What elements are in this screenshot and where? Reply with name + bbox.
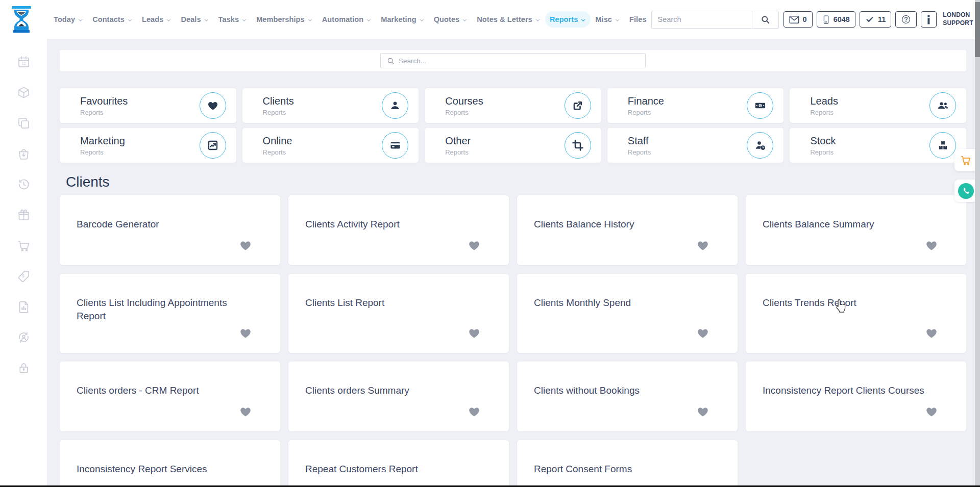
report-card-inconsistency-report-services[interactable]: Inconsistency Report Services xyxy=(60,440,280,487)
report-title: Barcode Generator xyxy=(77,218,252,231)
chevron-down-icon xyxy=(307,17,313,23)
report-card-report-consent-forms[interactable]: Report Consent Forms xyxy=(517,440,738,487)
category-card-other[interactable]: Other Reports xyxy=(425,128,601,163)
category-card-stock[interactable]: Stock Reports xyxy=(790,128,966,163)
sidebar-item-copy[interactable] xyxy=(17,116,31,130)
sidebar-item-history[interactable] xyxy=(17,177,31,191)
category-icon-circle xyxy=(747,132,773,159)
mobile-icon xyxy=(822,15,830,24)
chevron-down-icon xyxy=(462,17,468,23)
nav-search-input[interactable] xyxy=(652,11,752,28)
report-card-inconsistency-report-clients-courses[interactable]: Inconsistency Report Clients Courses xyxy=(746,362,966,431)
report-card-clients-balance-history[interactable]: Clients Balance History xyxy=(517,195,738,265)
favourite-heart-icon[interactable] xyxy=(696,405,709,418)
category-title: Clients xyxy=(263,95,382,107)
category-card-leads[interactable]: Leads Reports xyxy=(790,88,966,123)
info-badge[interactable] xyxy=(921,11,937,28)
boxes-icon xyxy=(937,139,949,151)
messages-badge[interactable]: 0 xyxy=(783,11,813,28)
sidebar-item-calendar[interactable]: 12 xyxy=(17,55,31,69)
favourite-heart-icon[interactable] xyxy=(239,326,252,340)
category-card-marketing[interactable]: Marketing Reports xyxy=(60,128,236,163)
search-icon[interactable] xyxy=(752,11,778,28)
category-subtitle: Reports xyxy=(445,109,565,116)
top-nav: TodayContactsLeadsDealsTasksMembershipsA… xyxy=(0,0,980,39)
nav-item-contacts[interactable]: Contacts xyxy=(88,11,137,28)
favourite-heart-icon[interactable] xyxy=(925,405,938,418)
report-card-clients-without-bookings[interactable]: Clients without Bookings xyxy=(517,362,738,431)
nav-item-reports[interactable]: Reports xyxy=(545,11,591,28)
sidebar-item-bag[interactable] xyxy=(17,147,31,161)
category-card-clients[interactable]: Clients Reports xyxy=(242,88,419,123)
report-card-clients-orders-crm-report[interactable]: Clients orders - CRM Report xyxy=(60,362,280,431)
category-text: Favourites Reports xyxy=(80,95,200,116)
calls-badge[interactable]: 6048 xyxy=(817,11,855,28)
favourite-heart-icon[interactable] xyxy=(239,405,252,418)
favourite-heart-icon[interactable] xyxy=(468,326,481,340)
whatsapp-icon[interactable] xyxy=(954,180,977,202)
content-search-bar xyxy=(60,50,966,71)
report-title: Clients List Including Appointments Repo… xyxy=(77,296,252,322)
package-icon xyxy=(17,86,31,99)
report-card-clients-orders-summary[interactable]: Clients orders Summary xyxy=(288,362,509,431)
svg-text:12: 12 xyxy=(21,61,26,66)
sidebar-item-package[interactable] xyxy=(17,86,31,99)
nav-search xyxy=(651,11,779,29)
nav-item-label: Memberships xyxy=(256,15,305,23)
category-card-favourites[interactable]: Favourites Reports xyxy=(60,88,236,123)
copy-icon xyxy=(17,116,31,130)
favourite-heart-icon[interactable] xyxy=(239,239,252,252)
content-search-input[interactable] xyxy=(399,57,639,65)
shop-cart-icon[interactable] xyxy=(954,149,977,171)
sidebar-item-person-sync[interactable] xyxy=(17,330,31,344)
nav-item-files[interactable]: Files xyxy=(625,11,651,28)
nav-item-marketing[interactable]: Marketing xyxy=(376,11,429,28)
favourite-heart-icon[interactable] xyxy=(696,326,709,340)
nav-item-misc[interactable]: Misc xyxy=(591,11,625,28)
category-card-staff[interactable]: Staff Reports xyxy=(607,128,784,163)
category-title: Online xyxy=(263,135,382,147)
favourite-heart-icon[interactable] xyxy=(925,326,938,340)
help-badge[interactable] xyxy=(895,11,917,28)
favourite-heart-icon[interactable] xyxy=(925,239,938,252)
report-card-barcode-generator[interactable]: Barcode Generator xyxy=(60,195,280,265)
scrollbar-thumb[interactable] xyxy=(975,2,980,57)
category-title: Staff xyxy=(628,135,747,147)
chevron-down-icon xyxy=(535,17,541,23)
report-card-clients-list-including-appointments-report[interactable]: Clients List Including Appointments Repo… xyxy=(60,274,280,353)
category-card-finance[interactable]: Finance Reports 0 xyxy=(607,88,784,123)
badge-value: 0 xyxy=(803,15,807,23)
sidebar-item-cart[interactable] xyxy=(17,239,31,252)
nav-item-label: Marketing xyxy=(381,15,416,23)
main-content: Favourites Reports Clients Reports Cours… xyxy=(47,39,980,487)
app-logo-icon[interactable] xyxy=(9,5,34,35)
report-card-clients-monthly-spend[interactable]: Clients Monthly Spend xyxy=(517,274,738,353)
report-card-clients-list-report[interactable]: Clients List Report xyxy=(288,274,509,353)
report-card-repeat-customers-report[interactable]: Repeat Customers Report xyxy=(288,440,509,487)
price-tag-icon: $ xyxy=(17,269,31,283)
sidebar-item-price-tag[interactable]: $ xyxy=(17,269,31,283)
favourite-heart-icon[interactable] xyxy=(468,239,481,252)
report-card-clients-activity-report[interactable]: Clients Activity Report xyxy=(288,195,509,265)
nav-item-label: Misc xyxy=(595,15,612,23)
nav-item-leads[interactable]: Leads xyxy=(137,11,176,28)
nav-item-deals[interactable]: Deals xyxy=(176,11,213,28)
scrollbar[interactable] xyxy=(975,0,980,487)
nav-item-quotes[interactable]: Quotes xyxy=(429,11,473,28)
nav-item-automation[interactable]: Automation xyxy=(317,11,377,28)
favourite-heart-icon[interactable] xyxy=(468,405,481,418)
nav-item-notes-letters[interactable]: Notes & Letters xyxy=(472,11,545,28)
category-card-courses[interactable]: Courses Reports xyxy=(425,88,601,123)
tasks-badge[interactable]: 11 xyxy=(860,11,891,28)
nav-item-tasks[interactable]: Tasks xyxy=(214,11,252,28)
nav-item-memberships[interactable]: Memberships xyxy=(252,11,317,28)
sidebar-item-gift[interactable] xyxy=(17,208,31,222)
report-card-clients-trends-report[interactable]: Clients Trends Report xyxy=(746,274,966,353)
report-card-clients-balance-summary[interactable]: Clients Balance Summary xyxy=(746,195,966,265)
favourite-heart-icon[interactable] xyxy=(696,239,709,252)
sidebar-item-lock[interactable] xyxy=(17,361,31,375)
nav-item-label: Today xyxy=(54,15,75,23)
nav-item-today[interactable]: Today xyxy=(49,11,88,28)
category-card-online[interactable]: Online Reports xyxy=(242,128,419,163)
sidebar-item-report-doc[interactable] xyxy=(17,300,31,314)
